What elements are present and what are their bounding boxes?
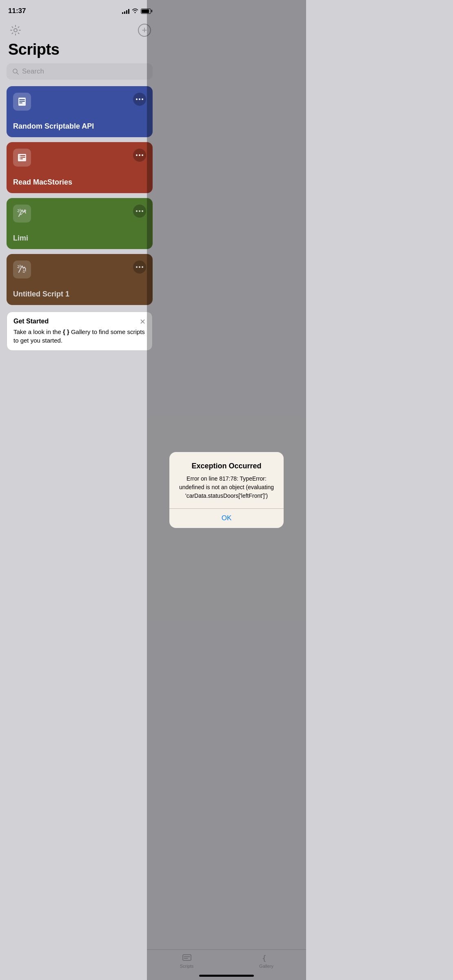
script-title-3: Limi [13,234,146,243]
script-menu-button-3[interactable] [133,205,146,218]
svg-line-2 [17,73,18,74]
settings-button[interactable] [8,23,23,38]
script-icon-3 [13,205,31,223]
script-icon-2 [13,149,31,167]
script-card-3[interactable]: Limi [7,198,153,249]
status-time: 11:37 [8,7,26,15]
script-menu-button-4[interactable] [133,261,146,274]
script-title-4: Untitled Script 1 [13,290,146,298]
svg-point-0 [14,29,17,32]
search-icon [12,68,19,75]
get-started-body: Take a look in the { } Gallery to find s… [13,327,146,345]
script-title-2: Read MacStories [13,178,146,187]
svg-rect-11 [18,154,20,161]
search-bar[interactable]: Search [7,63,153,80]
script-list: Random Scriptable API Read MacStories [0,86,159,305]
script-icon-1 [13,93,31,111]
script-card-4[interactable]: Untitled Script 1 [7,254,153,305]
modal-overlay: Exception Occurred Error on line 817:78:… [147,0,159,351]
script-menu-button-1[interactable] [133,93,146,106]
signal-icon [122,8,129,14]
script-menu-button-2[interactable] [133,149,146,162]
wifi-icon [132,7,138,15]
script-icon-4 [13,261,31,278]
script-card-1[interactable]: Random Scriptable API [7,86,153,137]
get-started-close-button[interactable]: ✕ [138,317,147,327]
script-card-2[interactable]: Read MacStories [7,142,153,193]
svg-point-12 [24,209,26,212]
status-bar: 11:37 [0,0,159,20]
search-placeholder: Search [22,67,44,76]
page-title: Scripts [0,39,159,63]
toolbar: + [0,20,159,39]
get-started-title: Get Started [13,318,146,325]
get-started-banner: Get Started Take a look in the { } Galle… [7,312,153,351]
script-title-1: Random Scriptable API [13,122,146,131]
